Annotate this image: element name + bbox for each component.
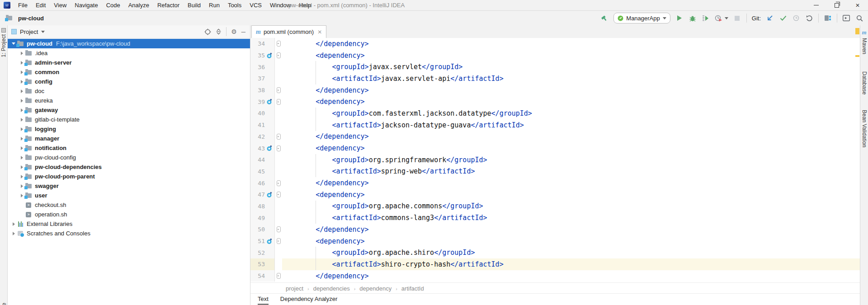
code-text[interactable]: <dependency> (282, 96, 860, 108)
tree-item-swagger[interactable]: swagger (8, 181, 250, 191)
tree-item-user[interactable]: user (8, 191, 250, 200)
tree-item-gateway[interactable]: gateway (8, 105, 250, 115)
menu-analyze[interactable]: Analyze (124, 2, 153, 9)
tree-item-logging[interactable]: logging (8, 124, 250, 134)
code-text[interactable]: <dependency> (282, 235, 860, 247)
code-line-54[interactable]: 54 </dependency> (250, 270, 860, 282)
code-line-51[interactable]: 51 <dependency> (250, 235, 860, 247)
tree-collapsed-arrow-icon[interactable] (19, 175, 25, 178)
locate-file-icon[interactable] (204, 28, 211, 35)
code-text[interactable]: </dependency> (282, 224, 860, 235)
menu-refactor[interactable]: Refactor (153, 2, 184, 9)
menu-view[interactable]: View (50, 2, 71, 9)
tree-item-pw-cloud[interactable]: pw-cloudF:\java_workspace\pw-cloud (8, 39, 250, 48)
code-text[interactable]: <groupId>com.fasterxml.jackson.datatype<… (282, 108, 860, 119)
breadcrumb-dependency[interactable]: dependency (359, 285, 392, 292)
debug-button[interactable] (689, 14, 697, 22)
run-configuration-select[interactable]: ManagerApp (613, 13, 670, 23)
code-line-47[interactable]: 47 <dependency> (250, 189, 860, 201)
code-text[interactable]: </dependency> (282, 38, 860, 50)
breadcrumb-project[interactable]: project (286, 285, 303, 292)
menu-tools[interactable]: Tools (224, 2, 245, 9)
navigation-breadcrumb[interactable]: pw-cloud (5, 15, 44, 22)
fold-marker-icon[interactable] (275, 41, 282, 47)
code-line-52[interactable]: 52 <groupId>org.apache.shiro</groupId> (250, 247, 860, 258)
code-text[interactable]: <artifactId>jackson-datatype-guava</arti… (282, 119, 860, 131)
tree-item-eureka[interactable]: eureka (8, 96, 250, 105)
code-line-35[interactable]: 35 <dependency> (250, 50, 860, 61)
code-line-42[interactable]: 42 </dependency> (250, 131, 860, 143)
hide-panel-icon[interactable]: ─ (241, 29, 245, 35)
profiler-button[interactable] (715, 14, 723, 22)
git-update-button[interactable] (766, 14, 774, 22)
tree-collapsed-arrow-icon[interactable] (19, 52, 25, 55)
menu-vcs[interactable]: VCS (245, 2, 266, 9)
code-line-43[interactable]: 43 <dependency> (250, 142, 860, 154)
code-text[interactable]: <groupId>org.apache.shiro</groupId> (282, 247, 860, 258)
warning-stripe-mark[interactable] (855, 28, 859, 34)
code-text[interactable]: <dependency> (282, 142, 860, 154)
gear-icon[interactable]: ⚙ (231, 28, 237, 35)
breadcrumb-project-name[interactable]: pw-cloud (18, 15, 44, 22)
tree-collapsed-arrow-icon[interactable] (19, 89, 25, 93)
fold-marker-icon[interactable] (275, 238, 282, 244)
code-line-36[interactable]: 36 <groupId>javax.servlet</groupId> (250, 61, 860, 73)
bottom-tab-dependency-analyzer[interactable]: Dependency Analyzer (280, 294, 337, 305)
code-line-39[interactable]: 39 <dependency> (250, 96, 860, 108)
run-with-coverage-button[interactable] (702, 14, 710, 22)
tool-button-database[interactable]: Database (861, 70, 868, 94)
code-editor[interactable]: 34 </dependency>35 <dependency>36 <group… (250, 38, 860, 282)
dependency-navigate-gutter-icon[interactable] (265, 238, 274, 244)
tree-item-config[interactable]: config (8, 77, 250, 86)
tree-item-manager[interactable]: manager (8, 134, 250, 143)
project-view-chevron-icon[interactable] (41, 31, 45, 33)
menu-run[interactable]: Run (205, 2, 224, 9)
code-text[interactable]: </dependency> (282, 270, 860, 282)
code-text[interactable]: <artifactId>shiro-crypto-hash</artifactI… (282, 258, 860, 270)
menu-file[interactable]: File (14, 2, 32, 9)
code-text[interactable]: <dependency> (282, 50, 860, 61)
tree-item-gitlab-ci-template[interactable]: gitlab-ci-template (8, 115, 250, 124)
tree-collapsed-arrow-icon[interactable] (19, 146, 25, 150)
code-line-40[interactable]: 40 <groupId>com.fasterxml.jackson.dataty… (250, 108, 860, 119)
code-line-44[interactable]: 44 <groupId>org.springframework</groupId… (250, 154, 860, 166)
tree-item-common[interactable]: common (8, 67, 250, 77)
dependency-navigate-gutter-icon[interactable] (265, 192, 274, 198)
code-text[interactable]: </dependency> (282, 84, 860, 96)
warning-stripe-mark[interactable] (855, 55, 859, 57)
tree-collapsed-arrow-icon[interactable] (19, 108, 25, 112)
run-button[interactable] (675, 14, 684, 22)
tree-item-pw-cloud-config[interactable]: pw-cloud-config (8, 153, 250, 162)
code-text[interactable]: <dependency> (282, 189, 860, 201)
fold-marker-icon[interactable] (275, 87, 282, 93)
fold-marker-icon[interactable] (275, 226, 282, 232)
tree-item-doc[interactable]: doc (8, 86, 250, 96)
tree-collapsed-arrow-icon[interactable] (19, 80, 25, 84)
rollback-button[interactable] (805, 14, 813, 22)
tree-item-pw-cloud-dependencies[interactable]: pw-cloud-dependencies (8, 162, 250, 172)
terminal-icon[interactable] (842, 14, 850, 22)
code-line-41[interactable]: 41 <artifactId>jackson-datatype-guava</a… (250, 119, 860, 131)
tree-collapsed-arrow-icon[interactable] (19, 99, 25, 103)
tree-expanded-arrow-icon[interactable] (10, 42, 17, 45)
code-line-45[interactable]: 45 <artifactId>spring-web</artifactId> (250, 166, 860, 178)
tree-collapsed-arrow-icon[interactable] (19, 156, 25, 160)
restore-button[interactable] (826, 0, 847, 10)
tool-windows-icon[interactable] (824, 14, 832, 22)
dependency-navigate-gutter-icon[interactable] (265, 52, 274, 59)
tree-item-checkout-sh[interactable]: >checkout.sh (8, 200, 250, 210)
tool-button-maven[interactable]: mMaven (861, 28, 868, 54)
tree-item-notification[interactable]: notification (8, 143, 250, 153)
code-line-48[interactable]: 48 <groupId>org.apache.commons</groupId> (250, 201, 860, 212)
code-text[interactable]: </dependency> (282, 131, 860, 143)
code-text[interactable]: <groupId>org.springframework</groupId> (282, 154, 860, 166)
tree-collapsed-arrow-icon[interactable] (19, 184, 25, 188)
tab-close-icon[interactable]: ✕ (317, 29, 322, 35)
profiler-chevron-icon[interactable] (725, 17, 728, 19)
tree-collapsed-arrow-icon[interactable] (19, 70, 25, 74)
code-text[interactable]: <groupId>org.apache.commons</groupId> (282, 201, 860, 212)
collapse-all-icon[interactable] (216, 28, 222, 35)
breadcrumb-artifactId[interactable]: artifactId (401, 285, 424, 292)
minimize-button[interactable] (806, 0, 826, 10)
code-line-37[interactable]: 37 <artifactId>javax.servlet-api</artifa… (250, 73, 860, 84)
